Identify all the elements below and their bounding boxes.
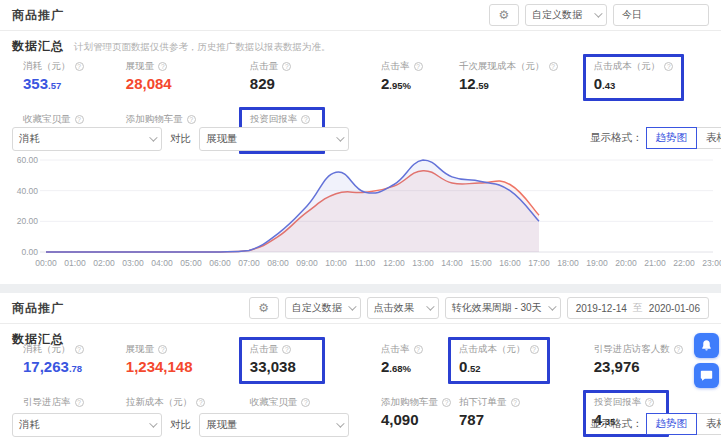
metric-label: 展现量 <box>126 60 190 73</box>
info-icon[interactable] <box>645 398 654 407</box>
svg-text:13:00: 13:00 <box>412 258 434 268</box>
display-format-label: 显示格式： <box>590 131 643 145</box>
display-format-group: 显示格式： 趋势图表格收起图表 <box>590 413 721 435</box>
date-range-picker[interactable]: 2019-12-14 至 2020-01-06 <box>567 297 709 319</box>
date-range-start: 2019-12-14 <box>576 303 627 314</box>
customize-data-select[interactable]: 自定义数据 <box>525 4 607 26</box>
metric-select-2[interactable]: 展现量 <box>199 413 349 437</box>
info-icon[interactable] <box>75 345 84 354</box>
metric-label: 展现量 <box>126 343 193 356</box>
conversion-period-select[interactable]: 转化效果周期 - 30天 <box>445 297 561 319</box>
metric-select-1-label: 消耗 <box>19 132 40 146</box>
svg-text:04:00: 04:00 <box>151 258 173 268</box>
info-icon[interactable] <box>75 115 84 124</box>
info-icon[interactable] <box>664 62 673 71</box>
panel-header: 商品推广 ⚙ 自定义数据 今日 <box>0 0 721 31</box>
metric-select-1[interactable]: 消耗 <box>12 413 162 437</box>
svg-text:21:00: 21:00 <box>644 258 666 268</box>
svg-text:19:00: 19:00 <box>586 258 608 268</box>
gear-icon[interactable]: ⚙ <box>489 4 519 26</box>
page-title: 商品推广 <box>12 300 64 317</box>
compare-label: 对比 <box>170 418 191 432</box>
trend-chart: 0.0020.0040.0060.0000:0001:0002:0003:000… <box>0 152 721 280</box>
metric: 消耗（元）17,263.78 <box>12 337 98 384</box>
metric: 点击成本（元）0.43 <box>583 54 685 101</box>
display-mode-active[interactable]: 趋势图 <box>646 127 698 149</box>
info-icon[interactable] <box>530 345 539 354</box>
chevron-down-icon <box>336 133 344 141</box>
toolbar: ⚙ 自定义数据 点击效果 转化效果周期 - 30天 2019-12-14 至 2… <box>249 297 709 319</box>
metric: 千次展现成本（元）12.59 <box>448 54 569 101</box>
customize-data-label: 自定义数据 <box>292 301 342 315</box>
metric: 展现量28,084 <box>115 54 201 101</box>
chart-controls: 消耗 对比 展现量 显示格式： 趋势图表格收起图表 <box>12 127 721 151</box>
svg-text:05:00: 05:00 <box>180 258 202 268</box>
display-format-group: 显示格式： 趋势图表格收起图表 <box>590 127 721 149</box>
info-icon[interactable] <box>158 62 167 71</box>
click-effect-select[interactable]: 点击效果 <box>367 297 439 319</box>
info-icon[interactable] <box>187 115 196 124</box>
info-icon[interactable] <box>674 345 683 354</box>
metric: 点击量33,038 <box>239 337 325 384</box>
info-icon[interactable] <box>549 62 558 71</box>
date-label: 今日 <box>622 8 642 22</box>
info-icon[interactable] <box>301 398 310 407</box>
info-icon[interactable] <box>511 398 520 407</box>
info-icon[interactable] <box>75 62 84 71</box>
display-format-label: 显示格式： <box>590 417 643 431</box>
svg-text:09:00: 09:00 <box>296 258 318 268</box>
metric-value: 829 <box>250 76 314 92</box>
info-icon[interactable] <box>75 398 84 407</box>
chevron-down-icon <box>348 302 356 310</box>
promotion-panel-top: 商品推广 ⚙ 自定义数据 今日 数据汇总 计划管理页面数据仅供参考，历史推广数据… <box>0 0 721 284</box>
metric-select-1-label: 消耗 <box>19 418 40 432</box>
metric-value: 2.68% <box>381 359 445 377</box>
svg-text:20.00: 20.00 <box>17 216 39 226</box>
bell-icon[interactable] <box>694 333 719 358</box>
metric-label: 投资回报率 <box>594 396 658 409</box>
metric-select-1[interactable]: 消耗 <box>12 127 162 151</box>
date-range-separator: 至 <box>633 301 643 315</box>
metric-value: 17,263.78 <box>23 359 87 377</box>
metric: 点击率2.95% <box>370 54 456 101</box>
svg-text:16:00: 16:00 <box>499 258 521 268</box>
metric-value: 0.43 <box>594 76 674 94</box>
info-icon[interactable] <box>414 345 423 354</box>
gear-icon[interactable]: ⚙ <box>249 297 279 319</box>
metric-label: 点击量 <box>250 60 314 73</box>
metric-select-2[interactable]: 展现量 <box>199 127 349 151</box>
conversion-period-label: 转化效果周期 - 30天 <box>452 301 542 315</box>
info-icon[interactable] <box>196 398 205 407</box>
svg-text:01:00: 01:00 <box>64 258 86 268</box>
svg-text:60.00: 60.00 <box>17 155 39 165</box>
metric-label: 添加购物车量 <box>126 113 196 126</box>
info-icon[interactable] <box>301 115 310 124</box>
date-picker[interactable]: 今日 <box>613 4 709 26</box>
metric-value: 23,976 <box>594 359 683 375</box>
display-mode-option[interactable]: 表格 <box>696 127 721 149</box>
info-icon[interactable] <box>282 345 291 354</box>
floating-widget <box>694 333 719 388</box>
metric-label: 消耗（元） <box>23 343 87 356</box>
info-icon[interactable] <box>414 62 423 71</box>
chevron-down-icon <box>149 419 157 427</box>
chevron-down-icon <box>149 133 157 141</box>
info-icon[interactable] <box>282 62 291 71</box>
svg-text:0.00: 0.00 <box>21 247 38 257</box>
svg-text:18:00: 18:00 <box>557 258 579 268</box>
display-mode-active[interactable]: 趋势图 <box>646 413 698 435</box>
svg-text:07:00: 07:00 <box>238 258 260 268</box>
chat-icon[interactable] <box>694 363 719 388</box>
svg-text:17:00: 17:00 <box>528 258 550 268</box>
svg-text:06:00: 06:00 <box>209 258 231 268</box>
display-mode-option[interactable]: 表格 <box>696 413 721 435</box>
svg-text:12:00: 12:00 <box>383 258 405 268</box>
metric: 引导进店访客人数23,976 <box>583 337 694 384</box>
metric-label: 收藏宝贝量 <box>250 396 314 409</box>
metric: 点击率2.68% <box>370 337 456 384</box>
metric-label: 点击率 <box>381 343 445 356</box>
svg-text:11:00: 11:00 <box>355 258 376 268</box>
info-icon[interactable] <box>158 345 167 354</box>
metric-label: 拍下订单量 <box>459 396 523 409</box>
customize-data-select[interactable]: 自定义数据 <box>285 297 361 319</box>
